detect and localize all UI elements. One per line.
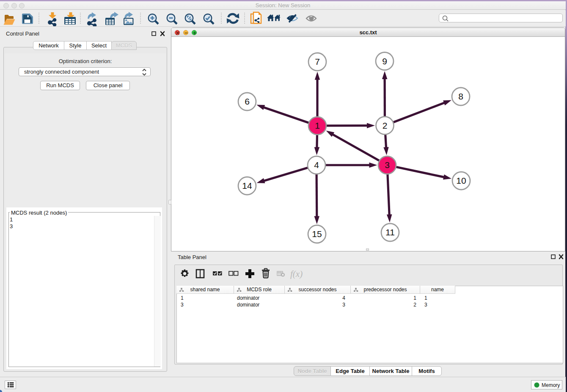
svg-text:11: 11 bbox=[385, 227, 395, 237]
svg-text:3: 3 bbox=[385, 160, 390, 170]
svg-text:14: 14 bbox=[242, 181, 252, 190]
svg-text:7: 7 bbox=[315, 57, 320, 66]
svg-text:f(x): f(x) bbox=[290, 269, 303, 279]
svg-text:8: 8 bbox=[458, 91, 463, 101]
svg-text:2: 2 bbox=[383, 121, 388, 130]
svg-text:1: 1 bbox=[315, 121, 320, 130]
svg-text:4: 4 bbox=[314, 160, 319, 170]
svg-text:15: 15 bbox=[312, 229, 322, 239]
svg-text:10: 10 bbox=[456, 176, 466, 185]
svg-text:9: 9 bbox=[382, 56, 387, 66]
svg-text:6: 6 bbox=[245, 97, 250, 106]
